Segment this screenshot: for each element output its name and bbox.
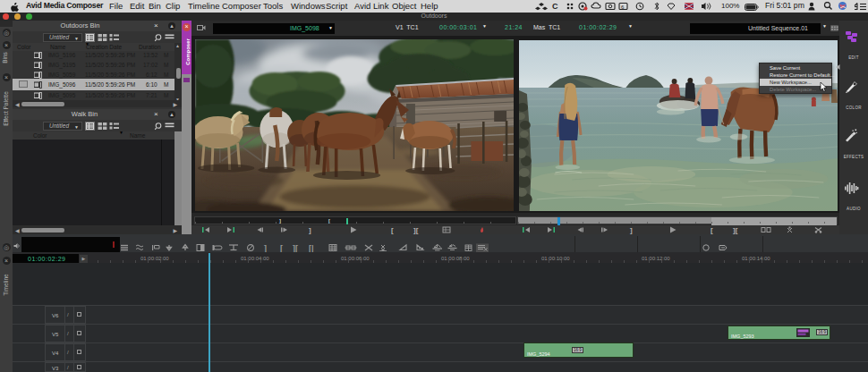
svg-text:C: C [552, 2, 558, 11]
svg-text:]: ] [630, 226, 633, 234]
svg-text:][: ][ [293, 244, 298, 253]
svg-text:][: ][ [413, 226, 419, 234]
svg-text:[: [ [391, 226, 394, 234]
svg-text:[: [ [711, 226, 713, 234]
svg-text:[|: [| [309, 244, 314, 253]
svg-text:][: ][ [733, 226, 738, 234]
svg-text:6: 6 [621, 4, 625, 10]
svg-text:]: ] [264, 244, 267, 253]
svg-text:]: ] [309, 226, 311, 234]
svg-text:[: [ [280, 244, 283, 253]
